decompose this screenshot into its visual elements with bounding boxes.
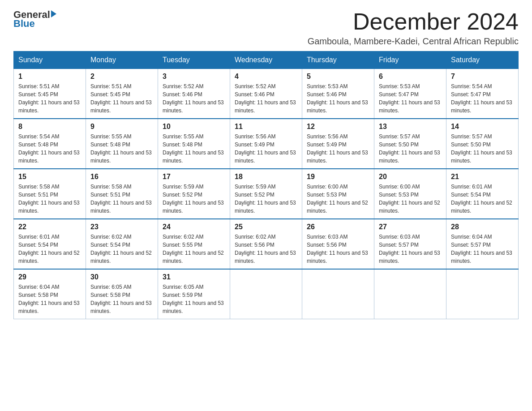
day-number: 27 (379, 223, 442, 231)
col-monday: Monday (86, 51, 158, 69)
day-info: Sunrise: 6:01 AMSunset: 5:54 PMDaylight:… (451, 183, 514, 215)
table-row: 31Sunrise: 6:05 AMSunset: 5:59 PMDayligh… (158, 269, 230, 319)
day-info: Sunrise: 6:04 AMSunset: 5:58 PMDaylight:… (18, 283, 81, 315)
table-row: 8Sunrise: 5:54 AMSunset: 5:48 PMDaylight… (14, 119, 86, 169)
col-tuesday: Tuesday (158, 51, 230, 69)
day-info: Sunrise: 5:52 AMSunset: 5:46 PMDaylight:… (235, 82, 297, 115)
col-wednesday: Wednesday (230, 51, 302, 69)
day-number: 24 (163, 223, 225, 231)
table-row: 12Sunrise: 5:56 AMSunset: 5:49 PMDayligh… (302, 119, 374, 169)
day-info: Sunrise: 6:03 AMSunset: 5:57 PMDaylight:… (379, 233, 442, 265)
day-info: Sunrise: 5:55 AMSunset: 5:48 PMDaylight:… (90, 133, 153, 165)
day-number: 31 (163, 273, 225, 281)
day-number: 9 (90, 123, 153, 131)
day-info: Sunrise: 5:59 AMSunset: 5:52 PMDaylight:… (163, 183, 225, 215)
day-number: 19 (307, 173, 369, 181)
table-row: 28Sunrise: 6:04 AMSunset: 5:57 PMDayligh… (446, 219, 519, 269)
day-info: Sunrise: 5:56 AMSunset: 5:49 PMDaylight:… (307, 133, 369, 165)
table-row: 27Sunrise: 6:03 AMSunset: 5:57 PMDayligh… (374, 219, 446, 269)
title-area: December 2024 Gamboula, Mambere-Kadei, C… (308, 9, 519, 47)
table-row (302, 269, 374, 319)
table-row: 3Sunrise: 5:52 AMSunset: 5:46 PMDaylight… (158, 69, 230, 119)
day-number: 22 (18, 223, 81, 231)
day-info: Sunrise: 6:05 AMSunset: 5:59 PMDaylight:… (163, 283, 225, 315)
day-number: 8 (18, 123, 81, 131)
day-number: 4 (235, 73, 297, 81)
day-info: Sunrise: 5:55 AMSunset: 5:48 PMDaylight:… (163, 133, 225, 165)
day-info: Sunrise: 5:56 AMSunset: 5:49 PMDaylight:… (235, 133, 297, 165)
table-row: 16Sunrise: 5:58 AMSunset: 5:51 PMDayligh… (86, 169, 158, 219)
day-number: 5 (307, 73, 369, 81)
table-row: 19Sunrise: 6:00 AMSunset: 5:53 PMDayligh… (302, 169, 374, 219)
day-number: 7 (451, 73, 514, 81)
day-number: 11 (235, 123, 297, 131)
calendar-week-row: 15Sunrise: 5:58 AMSunset: 5:51 PMDayligh… (14, 169, 519, 219)
calendar-week-row: 1Sunrise: 5:51 AMSunset: 5:45 PMDaylight… (14, 69, 519, 119)
table-row (374, 269, 446, 319)
day-info: Sunrise: 5:58 AMSunset: 5:51 PMDaylight:… (18, 183, 81, 215)
day-number: 15 (18, 173, 81, 181)
day-info: Sunrise: 5:53 AMSunset: 5:47 PMDaylight:… (379, 82, 442, 115)
day-number: 1 (18, 73, 81, 81)
table-row: 14Sunrise: 5:57 AMSunset: 5:50 PMDayligh… (446, 119, 519, 169)
day-info: Sunrise: 5:54 AMSunset: 5:47 PMDaylight:… (451, 82, 514, 115)
day-info: Sunrise: 6:04 AMSunset: 5:57 PMDaylight:… (451, 233, 514, 265)
day-number: 23 (90, 223, 153, 231)
logo: General Blue (13, 9, 56, 30)
day-number: 13 (379, 123, 442, 131)
table-row: 23Sunrise: 6:02 AMSunset: 5:54 PMDayligh… (86, 219, 158, 269)
table-row: 13Sunrise: 5:57 AMSunset: 5:50 PMDayligh… (374, 119, 446, 169)
day-info: Sunrise: 5:51 AMSunset: 5:45 PMDaylight:… (18, 82, 81, 115)
table-row: 24Sunrise: 6:02 AMSunset: 5:55 PMDayligh… (158, 219, 230, 269)
col-thursday: Thursday (302, 51, 374, 69)
day-info: Sunrise: 5:58 AMSunset: 5:51 PMDaylight:… (90, 183, 153, 215)
day-info: Sunrise: 5:51 AMSunset: 5:45 PMDaylight:… (90, 82, 153, 115)
table-row: 30Sunrise: 6:05 AMSunset: 5:58 PMDayligh… (86, 269, 158, 319)
calendar-header-row: Sunday Monday Tuesday Wednesday Thursday… (14, 51, 519, 69)
table-row: 20Sunrise: 6:00 AMSunset: 5:53 PMDayligh… (374, 169, 446, 219)
table-row: 17Sunrise: 5:59 AMSunset: 5:52 PMDayligh… (158, 169, 230, 219)
table-row (230, 269, 302, 319)
day-info: Sunrise: 6:02 AMSunset: 5:56 PMDaylight:… (235, 233, 297, 265)
table-row: 1Sunrise: 5:51 AMSunset: 5:45 PMDaylight… (14, 69, 86, 119)
table-row: 11Sunrise: 5:56 AMSunset: 5:49 PMDayligh… (230, 119, 302, 169)
calendar-table: Sunday Monday Tuesday Wednesday Thursday… (13, 51, 519, 319)
table-row: 29Sunrise: 6:04 AMSunset: 5:58 PMDayligh… (14, 269, 86, 319)
header: General Blue December 2024 Gamboula, Mam… (13, 9, 519, 47)
table-row: 6Sunrise: 5:53 AMSunset: 5:47 PMDaylight… (374, 69, 446, 119)
day-info: Sunrise: 5:57 AMSunset: 5:50 PMDaylight:… (379, 133, 442, 165)
day-info: Sunrise: 5:52 AMSunset: 5:46 PMDaylight:… (163, 82, 225, 115)
day-info: Sunrise: 6:00 AMSunset: 5:53 PMDaylight:… (379, 183, 442, 215)
day-number: 18 (235, 173, 297, 181)
day-info: Sunrise: 5:53 AMSunset: 5:46 PMDaylight:… (307, 82, 369, 115)
day-number: 10 (163, 123, 225, 131)
day-number: 17 (163, 173, 225, 181)
table-row: 4Sunrise: 5:52 AMSunset: 5:46 PMDaylight… (230, 69, 302, 119)
day-info: Sunrise: 5:59 AMSunset: 5:52 PMDaylight:… (235, 183, 297, 215)
day-number: 30 (90, 273, 153, 281)
month-title: December 2024 (308, 9, 519, 34)
day-info: Sunrise: 6:05 AMSunset: 5:58 PMDaylight:… (90, 283, 153, 315)
day-number: 16 (90, 173, 153, 181)
day-number: 3 (163, 73, 225, 81)
calendar-week-row: 22Sunrise: 6:01 AMSunset: 5:54 PMDayligh… (14, 219, 519, 269)
day-info: Sunrise: 6:03 AMSunset: 5:56 PMDaylight:… (307, 233, 369, 265)
col-saturday: Saturday (446, 51, 519, 69)
table-row: 5Sunrise: 5:53 AMSunset: 5:46 PMDaylight… (302, 69, 374, 119)
day-number: 12 (307, 123, 369, 131)
day-number: 2 (90, 73, 153, 81)
table-row: 22Sunrise: 6:01 AMSunset: 5:54 PMDayligh… (14, 219, 86, 269)
day-info: Sunrise: 5:54 AMSunset: 5:48 PMDaylight:… (18, 133, 81, 165)
table-row: 9Sunrise: 5:55 AMSunset: 5:48 PMDaylight… (86, 119, 158, 169)
day-number: 6 (379, 73, 442, 81)
table-row (446, 269, 519, 319)
day-info: Sunrise: 5:57 AMSunset: 5:50 PMDaylight:… (451, 133, 514, 165)
col-sunday: Sunday (14, 51, 86, 69)
table-row: 15Sunrise: 5:58 AMSunset: 5:51 PMDayligh… (14, 169, 86, 219)
table-row: 10Sunrise: 5:55 AMSunset: 5:48 PMDayligh… (158, 119, 230, 169)
day-info: Sunrise: 6:00 AMSunset: 5:53 PMDaylight:… (307, 183, 369, 215)
table-row: 26Sunrise: 6:03 AMSunset: 5:56 PMDayligh… (302, 219, 374, 269)
day-number: 21 (451, 173, 514, 181)
location-subtitle: Gamboula, Mambere-Kadei, Central African… (308, 36, 519, 47)
day-number: 25 (235, 223, 297, 231)
